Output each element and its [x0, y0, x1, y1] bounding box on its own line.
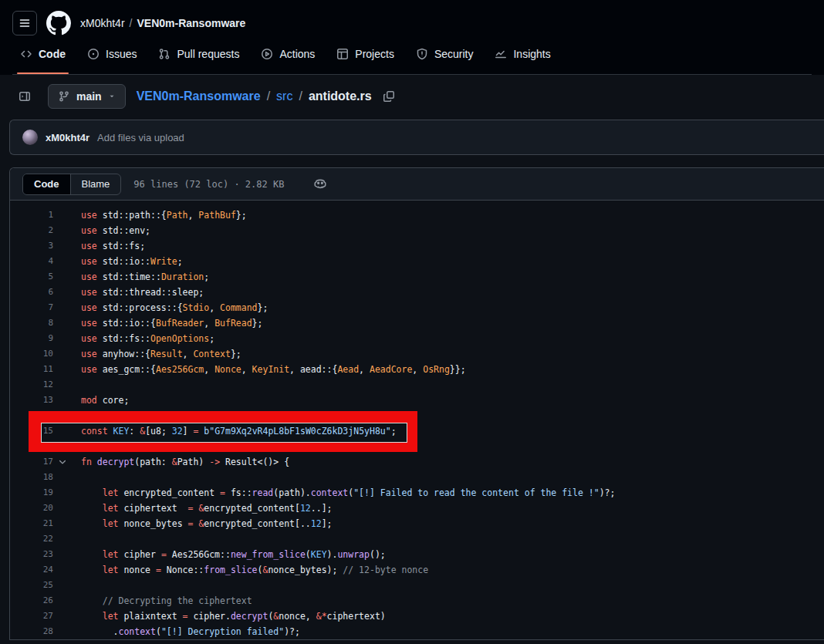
line-number[interactable]: 25	[10, 578, 53, 593]
code-line: use std::time::Duration;	[72, 269, 209, 285]
file-nav-row: main VEN0m-Ransomware / src / antidote.r…	[0, 75, 824, 116]
line-number[interactable]: 21	[10, 516, 53, 531]
line-number[interactable]: 16	[10, 439, 53, 454]
repo-title-separator: /	[130, 17, 133, 29]
code-line: mod core;	[72, 393, 129, 408]
line-number[interactable]: 9	[10, 331, 53, 346]
fold-spacer	[53, 331, 72, 346]
line-number[interactable]: 18	[10, 470, 53, 485]
copilot-button[interactable]	[313, 177, 327, 191]
line-number[interactable]: 15	[10, 423, 53, 439]
repo-name-link[interactable]: VEN0m-Ransomware	[137, 17, 245, 29]
breadcrumb-dir-link[interactable]: src	[276, 89, 292, 103]
branch-selector-button[interactable]: main	[48, 84, 126, 109]
code-line: const KEY: &[u8; 32] = b"G7m9Xq2vR4pL8bF…	[72, 423, 397, 439]
code-line	[72, 377, 81, 393]
line-number[interactable]: 6	[10, 285, 53, 300]
line-number[interactable]: 12	[10, 377, 53, 393]
breadcrumb-separator: /	[267, 89, 270, 103]
line-number[interactable]: 3	[10, 238, 53, 254]
tab-actions-label: Actions	[279, 48, 315, 60]
code-line: use std::path::{Path, PathBuf};	[72, 207, 247, 223]
tab-code[interactable]: Code	[12, 43, 73, 74]
line-number[interactable]: 10	[10, 346, 53, 362]
fold-spacer	[53, 362, 72, 377]
fold-spacer	[53, 423, 72, 439]
hamburger-menu-button[interactable]	[12, 11, 37, 35]
line-number[interactable]: 28	[10, 624, 53, 639]
code-row: 28 .context("[!] Decryption failed")?;	[10, 624, 824, 639]
fold-spacer	[53, 593, 72, 609]
line-number[interactable]: 20	[10, 501, 53, 516]
code-row: 20 let ciphertext = &encrypted_content[1…	[10, 501, 824, 516]
git-branch-icon	[58, 90, 70, 103]
line-number[interactable]: 8	[10, 315, 53, 331]
code-line: fn decrypt(path: &Path) -> Result<()> {	[72, 454, 289, 470]
code-line: use std::io::{BufReader, BufRead};	[72, 315, 262, 331]
sidebar-toggle-button[interactable]	[12, 84, 37, 109]
tab-issues[interactable]: Issues	[79, 43, 144, 74]
line-number[interactable]: 13	[10, 393, 53, 408]
repo-owner-link[interactable]: xM0kht4r	[80, 17, 125, 29]
code-line: use anyhow::{Result, Context};	[72, 346, 241, 362]
line-number[interactable]: 1	[10, 207, 53, 223]
code-row: 26 // Decrypting the ciphertext	[10, 593, 824, 609]
code-line	[72, 578, 81, 593]
line-number[interactable]: 23	[10, 547, 53, 562]
line-number[interactable]: 7	[10, 300, 53, 315]
line-number[interactable]: 4	[10, 254, 53, 269]
code-line: let cipher = Aes256Gcm::new_from_slice(K…	[72, 547, 386, 562]
code-row: 24 let nonce = Nonce::from_slice(&nonce_…	[10, 562, 824, 578]
breadcrumb-repo-link[interactable]: VEN0m-Ransomware	[137, 89, 261, 103]
line-number[interactable]: 11	[10, 362, 53, 377]
code-icon	[20, 48, 32, 60]
tab-pull-requests[interactable]: Pull requests	[150, 43, 247, 74]
line-number[interactable]: 2	[10, 223, 53, 238]
tab-projects-label: Projects	[355, 48, 394, 60]
code-line	[72, 470, 81, 485]
github-logo-icon	[46, 11, 71, 35]
fold-spacer	[53, 377, 72, 393]
tab-security[interactable]: Security	[408, 43, 481, 74]
tab-issues-label: Issues	[106, 48, 137, 60]
line-number[interactable]: 22	[10, 531, 53, 547]
commit-author-link[interactable]: xM0kht4r	[46, 132, 89, 143]
blame-view-button[interactable]: Blame	[71, 174, 121, 194]
tab-actions[interactable]: Actions	[253, 43, 323, 74]
line-number[interactable]: 19	[10, 485, 53, 501]
commit-message-link[interactable]: Add files via upload	[97, 132, 184, 143]
avatar[interactable]	[22, 130, 38, 145]
line-number[interactable]: 24	[10, 562, 53, 578]
code-body: 1use std::path::{Path, PathBuf};2use std…	[10, 201, 824, 639]
line-number[interactable]: 27	[10, 609, 53, 624]
code-line: use std::fs;	[72, 238, 145, 254]
fold-spacer	[53, 285, 72, 300]
breadcrumb: VEN0m-Ransomware / src / antidote.rs	[137, 87, 398, 106]
fold-spacer	[53, 485, 72, 501]
fold-spacer	[53, 269, 72, 285]
fold-spacer	[53, 300, 72, 315]
github-logo[interactable]	[46, 11, 71, 35]
code-row: 25	[10, 578, 824, 593]
fold-spacer	[53, 346, 72, 362]
code-row: 15const KEY: &[u8; 32] = b"G7m9Xq2vR4pL8…	[10, 423, 824, 439]
line-number[interactable]: 14	[10, 408, 53, 423]
fold-spacer	[53, 470, 72, 485]
code-line	[72, 408, 81, 423]
breadcrumb-separator: /	[299, 89, 302, 103]
code-row: 10use anyhow::{Result, Context};	[10, 346, 824, 362]
fold-spacer	[53, 609, 72, 624]
copy-path-button[interactable]	[380, 87, 398, 106]
code-view-button[interactable]: Code	[23, 174, 71, 194]
code-row: 4use std::io::Write;	[10, 254, 824, 269]
tab-insights[interactable]: Insights	[487, 43, 558, 74]
line-number[interactable]: 26	[10, 593, 53, 609]
tab-projects[interactable]: Projects	[329, 43, 402, 74]
fold-spacer	[53, 501, 72, 516]
fold-chevron-down-icon[interactable]	[53, 454, 72, 470]
code-line: let encrypted_content = fs::read(path).c…	[72, 485, 615, 501]
code-line: // Decrypting the ciphertext	[72, 593, 252, 609]
code-row: 1use std::path::{Path, PathBuf};	[10, 207, 824, 223]
line-number[interactable]: 5	[10, 269, 53, 285]
line-number[interactable]: 17	[10, 454, 53, 470]
